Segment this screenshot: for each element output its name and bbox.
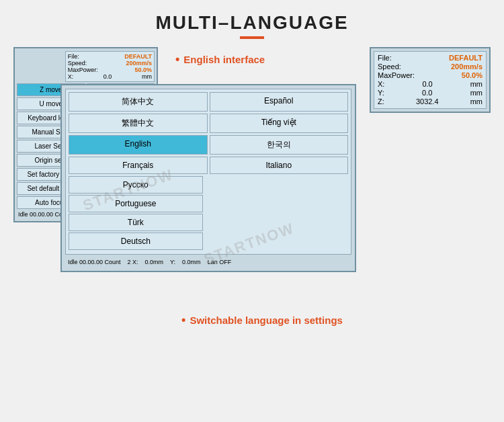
x-unit-left: mm (142, 73, 152, 80)
left-file-info: File: DEFAULT Speed: 200mm/s MaxPower: 5… (65, 51, 155, 82)
big-y-val: 0.0mm (182, 259, 201, 265)
bullet-icon: • (175, 52, 179, 67)
right-info: File: DEFAULT Speed: 200mm/s MaxPower: 5… (374, 51, 487, 109)
lang-btn-russian[interactable]: Русско (69, 176, 203, 194)
bottom-label: • Switchable language in settings (181, 313, 343, 327)
file-value: DEFAULT (124, 53, 152, 60)
r-speed-value: 200mm/s (451, 62, 482, 71)
lang-btn-5[interactable]: 한국의 (210, 135, 349, 155)
r-y-label: Y: (378, 89, 384, 97)
screens-area: File: DEFAULT Speed: 200mm/s MaxPower: 5… (13, 47, 491, 309)
big-y-label: Y: (170, 259, 175, 265)
lang-btn-0[interactable]: 简体中文 (69, 92, 208, 112)
r-y-value: 0.0 (422, 89, 432, 97)
language-grid: 简体中文 Español 繁體中文 Tiếng việt English 한국의… (69, 92, 348, 174)
file-label: File: (68, 53, 79, 60)
title-underline (240, 36, 264, 39)
big-status-bar: Idle 00.00.00 Count 2 X: 0.0mm Y: 0.0mm … (65, 257, 351, 267)
page-container: MULTI–LANGUAGE File: DEFAULT Speed: 200m… (0, 0, 504, 327)
lang-btn-2[interactable]: 繁體中文 (69, 114, 208, 133)
lang-btn-deutsch[interactable]: Deutsch (69, 233, 203, 250)
r-y-unit: mm (470, 89, 482, 97)
english-interface-label: English interface (183, 54, 265, 65)
page-title: MULTI–LANGUAGE (155, 12, 348, 34)
r-z-label: Z: (378, 97, 384, 106)
big-x-val: 0.0mm (145, 259, 164, 265)
english-label-area: • English interface (171, 52, 265, 69)
r-maxpower-label: MaxPower: (378, 71, 415, 79)
right-panel: File: DEFAULT Speed: 200mm/s MaxPower: 5… (370, 47, 491, 113)
big-x-label: 2 X: (128, 259, 138, 265)
big-lan: Lan OFF (208, 259, 232, 265)
r-z-unit: mm (470, 97, 482, 106)
switchable-language-label: Switchable language in settings (190, 314, 343, 326)
speed-value: 200mm/s (126, 60, 152, 67)
r-x-value: 0.0 (422, 80, 432, 88)
lang-btn-turk[interactable]: Türk (69, 214, 203, 231)
lang-btn-4[interactable]: English (69, 135, 208, 155)
maxpower-label: MaxPower: (68, 67, 98, 73)
r-maxpower-value: 50.0% (462, 71, 482, 79)
r-file-label: File: (378, 54, 392, 62)
r-speed-label: Speed: (378, 62, 401, 71)
lang-btn-1[interactable]: Español (210, 92, 349, 112)
r-file-value: DEFAULT (449, 54, 482, 62)
r-x-unit: mm (470, 80, 482, 88)
x-label-left: X: (68, 73, 74, 80)
language-dialog: 简体中文 Español 繁體中文 Tiếng việt English 한국의… (65, 89, 351, 255)
lang-btn-7[interactable]: Italiano (210, 157, 349, 174)
r-z-value: 3032.4 (416, 97, 439, 106)
lang-btn-portuguese[interactable]: Portuguese (69, 195, 203, 212)
big-screen: 简体中文 Español 繁體中文 Tiếng việt English 한국의… (60, 84, 356, 272)
bottom-bullet-icon: • (181, 313, 185, 327)
lang-btn-6[interactable]: Français (69, 157, 208, 174)
maxpower-value: 50.0% (134, 67, 152, 73)
x-value-left: 0.0 (103, 73, 112, 80)
r-x-label: X: (378, 80, 384, 88)
lang-btn-3[interactable]: Tiếng việt (210, 114, 349, 133)
big-idle: Idle 00.00.00 Count (68, 259, 121, 265)
speed-label: Speed: (68, 60, 87, 67)
